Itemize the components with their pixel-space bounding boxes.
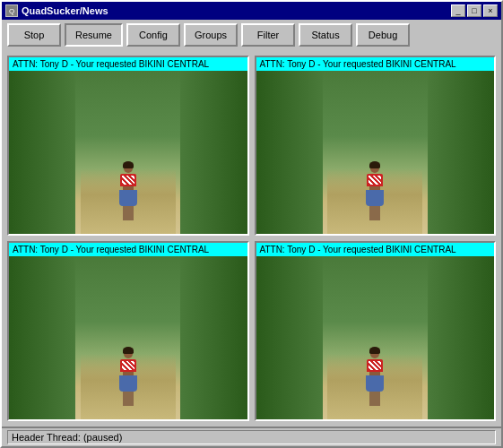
image-placeholder-1 bbox=[9, 71, 247, 234]
maximize-button[interactable]: □ bbox=[467, 4, 481, 17]
image-caption-2: ATTN: Tony D - Your requested BIKINI CEN… bbox=[256, 57, 495, 71]
toolbar: Stop Resume Config Groups Filter Status … bbox=[2, 20, 501, 50]
minimize-button[interactable]: _ bbox=[451, 4, 465, 17]
window-title: QuadSucker/News bbox=[22, 5, 108, 16]
title-controls: _ □ × bbox=[451, 4, 498, 17]
stop-button[interactable]: Stop bbox=[7, 23, 61, 47]
main-window: Q QuadSucker/News _ □ × Stop Resume Conf… bbox=[0, 0, 503, 448]
status-bar: Header Thread: (paused) bbox=[2, 426, 501, 446]
image-cell-4: ATTN: Tony D - Your requested BIKINI CEN… bbox=[255, 241, 497, 421]
resume-button[interactable]: Resume bbox=[65, 23, 123, 47]
image-grid: ATTN: Tony D - Your requested BIKINI CEN… bbox=[2, 50, 501, 426]
image-cell-3: ATTN: Tony D - Your requested BIKINI CEN… bbox=[7, 241, 249, 421]
title-bar-left: Q QuadSucker/News bbox=[5, 4, 108, 17]
image-caption-4: ATTN: Tony D - Your requested BIKINI CEN… bbox=[256, 243, 495, 256]
debug-button[interactable]: Debug bbox=[356, 23, 410, 47]
image-placeholder-4 bbox=[256, 256, 495, 419]
close-button[interactable]: × bbox=[483, 4, 498, 17]
image-placeholder-3 bbox=[9, 256, 247, 419]
filter-button[interactable]: Filter bbox=[241, 23, 295, 47]
image-caption-3: ATTN: Tony D - Your requested BIKINI CEN… bbox=[9, 243, 247, 256]
title-bar: Q QuadSucker/News _ □ × bbox=[2, 2, 501, 20]
status-button[interactable]: Status bbox=[299, 23, 352, 47]
image-placeholder-2 bbox=[256, 71, 495, 234]
image-caption-1: ATTN: Tony D - Your requested BIKINI CEN… bbox=[9, 57, 247, 71]
image-cell-2: ATTN: Tony D - Your requested BIKINI CEN… bbox=[255, 56, 497, 236]
image-cell-1: ATTN: Tony D - Your requested BIKINI CEN… bbox=[7, 56, 249, 236]
config-button[interactable]: Config bbox=[126, 23, 180, 47]
groups-button[interactable]: Groups bbox=[184, 23, 238, 47]
app-icon: Q bbox=[5, 4, 18, 17]
status-text: Header Thread: (paused) bbox=[7, 430, 496, 444]
